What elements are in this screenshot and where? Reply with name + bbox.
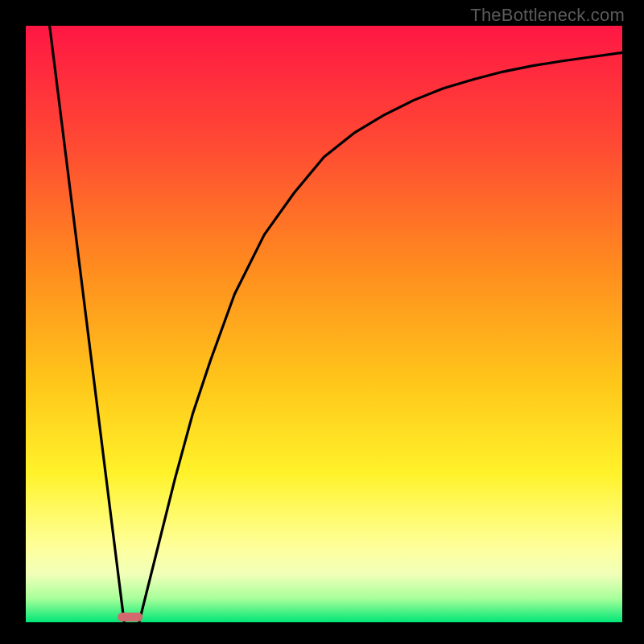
marker-group [118,613,142,621]
chart-frame: TheBottleneck.com [0,0,644,644]
plot-area [26,26,622,622]
gradient-background [26,26,622,622]
bottleneck-pill [118,613,142,621]
chart-svg [26,26,622,622]
watermark-text: TheBottleneck.com [470,5,625,26]
